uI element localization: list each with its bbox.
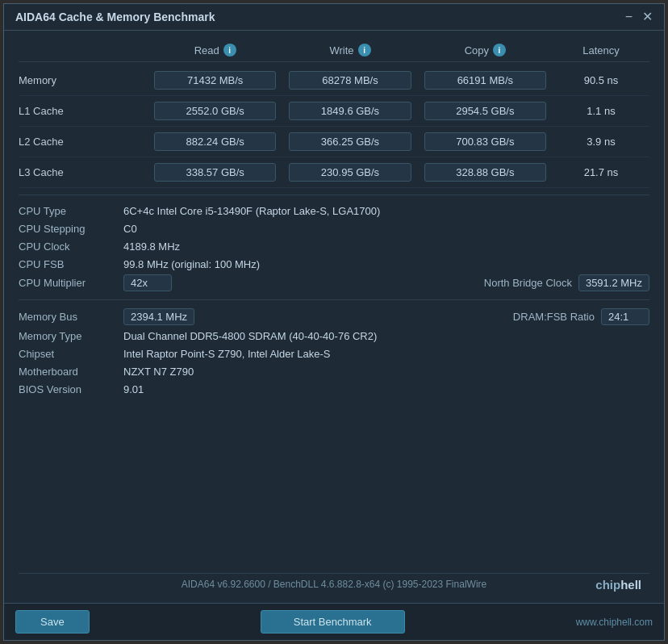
- cpu-info-section: CPU Type 6C+4c Intel Core i5-13490F (Rap…: [19, 202, 649, 293]
- dram-fsb-right: DRAM:FSB Ratio 24:1: [513, 308, 649, 325]
- memory-bus-row: Memory Bus 2394.1 MHz DRAM:FSB Ratio 24:…: [19, 307, 649, 327]
- read-info-icon[interactable]: i: [223, 44, 236, 56]
- copy-info-icon[interactable]: i: [493, 44, 506, 56]
- window-title: AIDA64 Cache & Memory Benchmark: [15, 10, 215, 23]
- memory-info-section: Memory Bus 2394.1 MHz DRAM:FSB Ratio 24:…: [19, 307, 649, 398]
- bios-row: BIOS Version 9.01: [19, 380, 649, 398]
- benchmark-section: Memory 71432 MB/s 68278 MB/s 66191 MB/s …: [19, 65, 649, 188]
- bench-write-value: 1849.6 GB/s: [289, 102, 411, 120]
- cpu-type-row: CPU Type 6C+4c Intel Core i5-13490F (Rap…: [19, 202, 649, 220]
- bench-row-label: L2 Cache: [19, 136, 148, 148]
- section-divider-1: [19, 194, 649, 195]
- cpu-stepping-row: CPU Stepping C0: [19, 220, 649, 237]
- bench-read-value: 2552.0 GB/s: [154, 102, 276, 120]
- cpu-clock-row: CPU Clock 4189.8 MHz: [19, 237, 649, 255]
- bench-write-value: 68278 MB/s: [289, 71, 411, 90]
- website-url: www.chiphell.com: [576, 617, 653, 628]
- bench-row-label: Memory: [19, 74, 148, 86]
- bench-row-label: L3 Cache: [19, 166, 148, 178]
- bench-copy-value: 66191 MB/s: [424, 71, 546, 90]
- bench-row: L1 Cache 2552.0 GB/s 1849.6 GB/s 2954.5 …: [19, 96, 649, 127]
- motherboard-row: Motherboard NZXT N7 Z790: [19, 362, 649, 380]
- main-window: AIDA64 Cache & Memory Benchmark − ✕ Read…: [3, 3, 665, 641]
- footer-logo: chiphell: [595, 578, 641, 592]
- button-bar: Save Start Benchmark www.chiphell.com: [4, 603, 664, 640]
- bench-read-value: 882.24 GB/s: [154, 132, 276, 151]
- bench-row-label: L1 Cache: [19, 105, 148, 117]
- save-button[interactable]: Save: [15, 610, 90, 634]
- north-bridge-right: North Bridge Clock 3591.2 MHz: [484, 274, 649, 291]
- bench-latency-value: 3.9 ns: [553, 136, 649, 148]
- bench-header-row: Read i Write i Copy i Latency: [19, 39, 649, 62]
- header-write: Write i: [282, 44, 417, 56]
- header-read: Read i: [148, 44, 282, 56]
- bench-row: Memory 71432 MB/s 68278 MB/s 66191 MB/s …: [19, 65, 649, 96]
- title-bar: AIDA64 Cache & Memory Benchmark − ✕: [4, 4, 664, 31]
- bench-write-value: 230.95 GB/s: [289, 163, 411, 182]
- bench-latency-value: 21.7 ns: [553, 166, 649, 178]
- bench-row: L3 Cache 338.57 GB/s 230.95 GB/s 328.88 …: [19, 157, 649, 188]
- bench-latency-value: 1.1 ns: [553, 105, 649, 117]
- title-bar-controls: − ✕: [625, 10, 653, 23]
- header-copy: Copy i: [418, 44, 553, 56]
- footer-text: AIDA64 v6.92.6600 / BenchDLL 4.6.882.8-x…: [19, 573, 649, 595]
- bench-copy-value: 700.83 GB/s: [424, 132, 546, 151]
- bench-row: L2 Cache 882.24 GB/s 366.25 GB/s 700.83 …: [19, 127, 649, 157]
- start-benchmark-button[interactable]: Start Benchmark: [261, 610, 405, 634]
- chipset-row: Chipset Intel Raptor Point-S Z790, Intel…: [19, 345, 649, 362]
- bench-copy-value: 328.88 GB/s: [424, 163, 546, 182]
- bench-latency-value: 90.5 ns: [553, 74, 649, 86]
- bench-read-value: 71432 MB/s: [154, 71, 276, 90]
- header-latency: Latency: [553, 44, 649, 56]
- content-area: Read i Write i Copy i Latency Memory 714…: [4, 31, 664, 603]
- cpu-multiplier-row: CPU Multiplier 42x North Bridge Clock 35…: [19, 273, 649, 293]
- memory-type-row: Memory Type Dual Channel DDR5-4800 SDRAM…: [19, 327, 649, 345]
- memory-bus-left: Memory Bus 2394.1 MHz: [19, 308, 513, 325]
- close-button[interactable]: ✕: [642, 10, 653, 23]
- write-info-icon[interactable]: i: [358, 44, 371, 56]
- section-divider-2: [19, 299, 649, 300]
- cpu-multiplier-left: CPU Multiplier 42x: [19, 274, 484, 291]
- bench-read-value: 338.57 GB/s: [154, 163, 276, 182]
- cpu-fsb-row: CPU FSB 99.8 MHz (original: 100 MHz): [19, 255, 649, 273]
- minimize-button[interactable]: −: [625, 10, 633, 23]
- bench-copy-value: 2954.5 GB/s: [424, 102, 546, 120]
- bench-write-value: 366.25 GB/s: [289, 132, 411, 151]
